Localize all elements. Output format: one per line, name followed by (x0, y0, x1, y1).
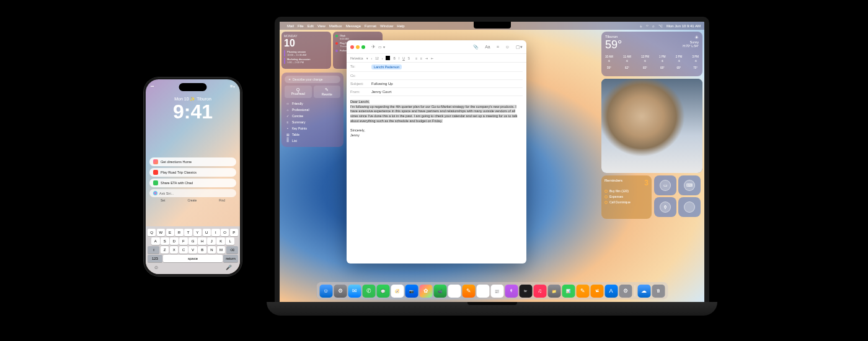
event-item[interactable]: Oliah9:00 AM (335, 34, 380, 40)
list-icon[interactable]: ≡ (497, 45, 499, 50)
menu-message[interactable]: Message (346, 24, 361, 28)
format-bar[interactable]: Helvetica ▾‹ 12 › B I U S ≡ ≡ ⇥ ⇤ (347, 54, 526, 63)
search-icon[interactable]: ⌕ (652, 24, 655, 28)
menu-help[interactable]: Help (397, 24, 404, 28)
writing-tools-panel[interactable]: ✦ Describe your change QProofread✎Rewrit… (281, 73, 343, 147)
reminder-item[interactable]: Call Dominique (604, 200, 649, 204)
bold-button[interactable]: B (393, 56, 395, 60)
key-C[interactable]: C (179, 246, 188, 254)
dock-app-0[interactable]: ☺ (319, 285, 332, 298)
option-summary[interactable]: ≡Summary (285, 119, 340, 125)
minimize-button[interactable] (356, 45, 360, 49)
reminder-checkbox[interactable] (604, 190, 608, 193)
key-U[interactable]: U (203, 229, 211, 236)
dock-app-2[interactable]: ✉ (348, 285, 361, 298)
key-Z[interactable]: Z (161, 246, 169, 254)
color-swatch[interactable] (386, 56, 390, 60)
reminder-item[interactable]: Buy film (120) (604, 189, 649, 193)
key-D[interactable]: D (170, 237, 179, 245)
outdent-icon[interactable]: ⇤ (431, 56, 433, 60)
writing-describe-input[interactable]: ✦ Describe your change (285, 76, 340, 83)
menu-window[interactable]: Window (380, 24, 393, 28)
key-V[interactable]: V (188, 246, 197, 254)
key-K[interactable]: K (216, 237, 225, 245)
dock-app-11[interactable]: ✓ (476, 285, 489, 298)
dock-app-17[interactable]: 📊 (562, 285, 575, 298)
dock-app-15[interactable]: ♫ (533, 285, 546, 298)
key-return[interactable]: return (223, 255, 238, 262)
tab-find[interactable]: Find (219, 198, 225, 202)
key-M[interactable]: M (217, 246, 226, 254)
key-⌫[interactable]: ⌫ (226, 246, 238, 254)
calendar-event[interactable]: Marketing discussion1:30 – 2:00 PM (284, 58, 329, 64)
option-table[interactable]: ▦Table (285, 131, 340, 138)
key-W[interactable]: W (157, 229, 165, 236)
dock-app-9[interactable]: 10 (448, 285, 461, 298)
menu-file[interactable]: File (298, 24, 304, 28)
key-Y[interactable]: Y (193, 229, 202, 236)
photo-icon[interactable]: ▢▾ (516, 45, 523, 50)
key-N[interactable]: N (208, 246, 216, 254)
dock-app-22[interactable]: ☁ (637, 285, 650, 298)
calendar-widget[interactable]: MONDAY 10 Planning session10:00 – 11:30 … (281, 32, 331, 69)
emoji-icon[interactable]: ☺ (154, 265, 159, 270)
key-B[interactable]: B (198, 246, 206, 254)
dock-app-6[interactable]: 📷 (405, 285, 418, 298)
key-G[interactable]: G (188, 237, 197, 245)
key-R[interactable]: R (175, 229, 183, 236)
option-friendly[interactable]: ☺Friendly (285, 100, 340, 107)
option-concise[interactable]: ✓Concise (285, 113, 340, 119)
menu-view[interactable]: View (317, 24, 326, 28)
option-professional[interactable]: ⌂Professional (285, 107, 340, 113)
key-S[interactable]: S (161, 237, 169, 245)
emoji-icon[interactable]: ☺ (505, 45, 510, 50)
dock-app-18[interactable]: ✎ (576, 285, 589, 298)
dock-app-21[interactable]: ⚙ (619, 285, 632, 298)
empty-control[interactable] (678, 197, 701, 217)
dock[interactable]: ☺⚙✉✆💬🧭📷✿📹10✎✓📰🎙tv♫📁📊✎📽A⚙☁🗑 (316, 282, 668, 299)
dock-app-10[interactable]: ✎ (462, 285, 475, 298)
dock-app-5[interactable]: 🧭 (391, 285, 404, 298)
key-E[interactable]: E (166, 229, 174, 236)
reminder-item[interactable]: Expenses (604, 195, 649, 198)
key-A[interactable]: A (151, 237, 160, 245)
key-I[interactable]: I (211, 229, 219, 236)
align-left-icon[interactable]: ≡ (415, 56, 417, 60)
weather-widget[interactable]: Tiburon 59° ☀ Sunny H:70° L:54° 10 AM☀59… (601, 32, 702, 76)
font-picker[interactable]: Helvetica (350, 56, 363, 60)
proofread-button[interactable]: QProofread (285, 86, 312, 98)
strike-button[interactable]: S (408, 56, 410, 60)
key-O[interactable]: O (221, 229, 229, 236)
menu-edit[interactable]: Edit (308, 24, 314, 28)
mail-body[interactable]: Dear Lanchi, I'm following up regarding … (347, 96, 526, 142)
from-value[interactable]: Jenny Court (371, 90, 391, 94)
dock-app-7[interactable]: ✿ (419, 285, 432, 298)
attach-icon[interactable]: 📎 (473, 45, 479, 50)
tab-set[interactable]: Set (161, 198, 166, 202)
dock-app-14[interactable]: tv (519, 285, 532, 298)
format-icon[interactable]: Aa (485, 45, 490, 50)
battery-icon[interactable]: ⏚ (640, 24, 642, 28)
keyboard-control[interactable]: ⌨ (678, 175, 701, 195)
option-list[interactable]: ≣List (285, 138, 340, 144)
send-icon[interactable]: ✈ (371, 44, 376, 50)
rewrite-button[interactable]: ✎Rewrite (314, 86, 341, 98)
key-L[interactable]: L (226, 237, 234, 245)
suggestion-chip[interactable]: Get directions Home (149, 157, 236, 166)
tab-create[interactable]: Create (187, 198, 197, 202)
option-key-points[interactable]: •Key Points (285, 125, 340, 131)
key-T[interactable]: T (184, 229, 192, 236)
reminder-checkbox[interactable] (604, 195, 608, 198)
key-F[interactable]: F (179, 237, 188, 245)
key-J[interactable]: J (207, 237, 216, 245)
display-control[interactable]: ▭ (654, 175, 676, 195)
mail-compose-window[interactable]: ✈ ▭ ▾ 📎 Aa ≡ ☺ ▢▾ Helvetica ▾‹ 12 › B I … (347, 40, 526, 264)
suggestion-chip[interactable]: Share ETA with Chad (149, 179, 236, 187)
menubar-datetime[interactable]: Mon Jun 10 9:41 AM (666, 24, 701, 28)
header-toggle[interactable]: ▭ ▾ (378, 45, 385, 49)
dock-app-8[interactable]: 📹 (433, 285, 446, 298)
photo-widget[interactable] (601, 79, 702, 173)
mic-control[interactable]: 🎙 (654, 197, 676, 217)
dock-app-20[interactable]: A (604, 285, 618, 298)
key-123[interactable]: 123 (148, 255, 162, 262)
